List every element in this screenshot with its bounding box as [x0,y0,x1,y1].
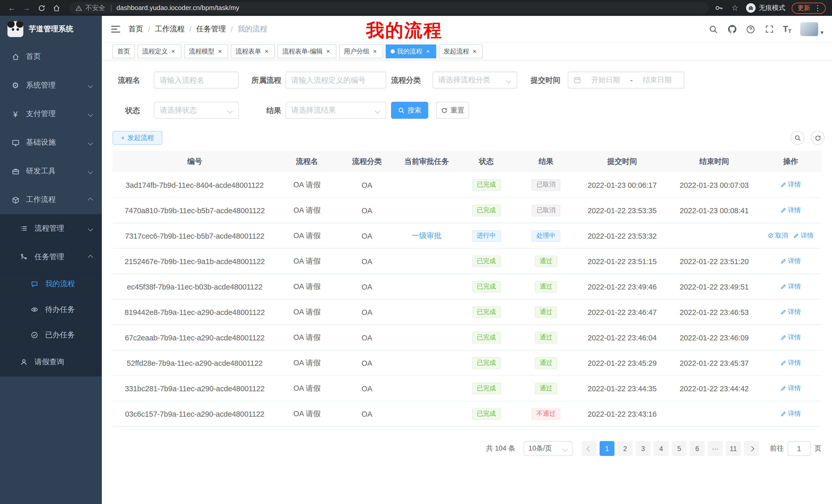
cell-submit-time: 2022-01-22 23:43:16 [576,410,669,418]
close-icon[interactable]: × [471,48,478,55]
update-button[interactable]: 更新 ⋮ [791,2,826,13]
reset-button[interactable]: 重置 [436,102,469,119]
breadcrumb-item[interactable]: 任务管理 [196,24,226,34]
page-button[interactable]: 11 [726,441,741,456]
cell-end-time: 2022-01-22 23:46:53 [669,308,760,316]
result-select[interactable]: 请选择流结果 [285,102,386,119]
detail-link[interactable]: 详情 [781,307,801,316]
font-size-icon[interactable]: TT [783,24,791,34]
browser-forward-icon[interactable]: → [19,1,34,16]
status-tag: 已完成 [472,357,501,369]
page-button[interactable]: 4 [654,441,669,456]
detail-link[interactable]: 详情 [781,333,801,342]
page-button[interactable]: 6 [690,441,705,456]
close-icon[interactable]: × [325,48,332,55]
person-icon [19,358,29,366]
cell-end-time: 2022-01-23 00:08:41 [669,206,760,215]
sidebar-item-home[interactable]: 首页 [0,43,102,71]
tab-process-form-edit[interactable]: 流程表单-编辑 × [278,45,336,58]
page-button[interactable]: 5 [672,441,687,456]
goto-page-input[interactable] [787,441,811,456]
sidebar-item-workflow[interactable]: 工作流程 [0,186,102,214]
table-header: 编号 流程名 流程分类 当前审批任务 状态 结果 提交时间 结束时间 操作 [113,151,822,172]
page-size-select[interactable]: 10条/页 [524,441,573,456]
page-button[interactable]: 3 [635,441,650,456]
more-pages-button[interactable]: ··· [708,441,723,456]
prev-page-button[interactable] [581,441,597,456]
cell-name: OA 请假 [277,384,337,393]
sidebar-item-label: 首页 [26,52,92,61]
browser-home-icon[interactable] [49,1,64,16]
sidebar-item-leave-query[interactable]: 请假查询 [0,348,102,376]
sidebar-item-task-mgmt[interactable]: 任务管理 [0,243,102,271]
sidebar-item-dev[interactable]: 研发工具 [0,157,102,186]
toggle-search-button[interactable] [790,131,805,145]
monitor-icon [10,139,20,147]
sidebar-item-my-process[interactable]: 我的流程 [0,272,102,297]
close-icon[interactable]: × [424,48,432,55]
sidebar-item-done-task[interactable]: 已办任务 [0,323,102,348]
refresh-button[interactable] [811,131,825,145]
browser-back-icon[interactable]: ← [4,1,19,16]
next-page-button[interactable] [744,441,759,456]
task-link[interactable]: 一级审批 [412,231,442,241]
close-icon[interactable]: × [263,48,270,55]
detail-link[interactable]: 详情 [781,257,801,265]
submit-time-range[interactable]: 开始日期 - 结束日期 [568,72,684,89]
detail-link[interactable]: 详情 [781,358,801,367]
tab-user-group[interactable]: 用户分组 × [339,45,383,58]
sidebar-item-todo-task[interactable]: 待办任务 [0,297,102,323]
url-text[interactable]: dashboard.yudao.iocoder.cn/bpm/task/my [116,4,239,12]
github-icon[interactable] [727,24,737,34]
sidebar-item-process-mgmt[interactable]: 流程管理 [0,214,102,243]
tab-process-definition[interactable]: 流程定义 × [137,45,182,58]
browser-menu-icon[interactable]: ⋮ [813,4,823,12]
parent-process-input[interactable] [285,72,386,89]
detail-link[interactable]: 详情 [781,282,801,291]
sidebar-item-label: 工作流程 [26,195,89,204]
sidebar-item-infra[interactable]: 基础设施 [0,128,102,157]
tab-home[interactable]: 首页 [113,45,135,58]
address-bar[interactable]: 不安全 dashboard.yudao.iocoder.cn/bpm/task/… [69,2,709,13]
detail-link[interactable]: 详情 [781,180,801,189]
close-icon[interactable]: × [216,48,224,55]
category-select[interactable]: 请选择流程分类 [433,72,517,89]
breadcrumb-separator: / [189,25,191,33]
detail-link[interactable]: 详情 [793,231,813,240]
cell-actions: 详情 [760,333,821,342]
help-icon[interactable] [746,24,755,34]
page-button[interactable]: 2 [618,441,632,456]
start-date-input[interactable]: 开始日期 [584,75,627,85]
detail-link[interactable]: 详情 [781,384,801,393]
cell-actions: 详情 [760,257,821,265]
process-name-input[interactable] [154,72,239,89]
tab-start-process[interactable]: 发起流程 × [439,45,483,58]
detail-link[interactable]: 详情 [781,409,801,418]
warning-icon [75,5,82,11]
breadcrumb-item[interactable]: 首页 [128,24,143,34]
tab-process-model[interactable]: 流程模型 × [184,45,228,58]
cancel-link[interactable]: 取消 [768,231,788,240]
sidebar-item-pay[interactable]: ¥ 支付管理 [0,100,102,128]
page-button[interactable]: 1 [600,441,615,456]
tab-my-process[interactable]: 我的流程 × [386,45,436,58]
cell-status: 已完成 [457,179,516,191]
user-menu[interactable]: ▾ [800,22,824,36]
breadcrumb-item[interactable]: 工作流程 [155,24,185,34]
star-icon[interactable]: ☆ [730,3,740,12]
close-icon[interactable]: × [170,48,177,55]
detail-link[interactable]: 详情 [781,206,801,215]
status-select[interactable]: 请选择状态 [154,102,239,119]
close-icon[interactable]: × [371,48,379,55]
key-icon[interactable] [714,3,724,12]
end-date-input[interactable]: 结束日期 [636,75,678,85]
tab-process-form[interactable]: 流程表单 × [231,45,275,58]
sidebar-item-label: 流程管理 [34,224,89,233]
fullscreen-icon[interactable] [764,24,774,34]
sidebar-item-system[interactable]: ⚙ 系统管理 [0,71,102,100]
search-icon[interactable] [709,24,718,34]
hamburger-icon[interactable] [110,24,121,34]
search-button[interactable]: 搜索 [391,102,428,119]
browser-reload-icon[interactable] [34,1,49,16]
create-process-button[interactable]: + 发起流程 [113,131,162,145]
